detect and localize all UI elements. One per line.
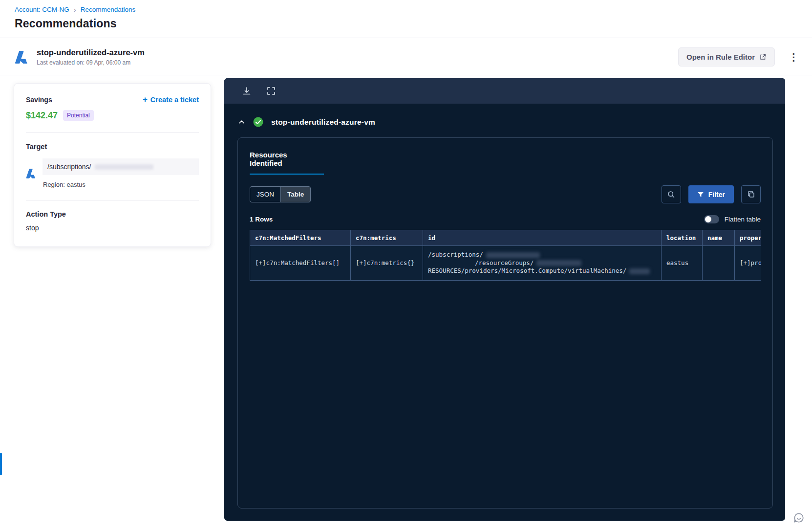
card-divider: [26, 133, 199, 133]
left-edge-accent: [0, 453, 2, 475]
card-divider: [26, 200, 199, 200]
expandable-value[interactable]: [+]properties{}: [740, 259, 761, 266]
policy-results-panel: stop-underutilized-azure-vm Resources Id…: [224, 78, 785, 521]
header-actions: Open in Rule Editor ⋮: [678, 47, 797, 66]
recommendation-details-card: Savings + Create a ticket $142.47 Potent…: [14, 83, 211, 247]
chat-help-icon[interactable]: [792, 511, 805, 524]
page-title: Recommendations: [15, 17, 812, 30]
copy-button[interactable]: [741, 185, 761, 203]
open-rule-editor-label: Open in Rule Editor: [686, 53, 755, 61]
cell-metrics[interactable]: [+]c7n:metrics{}: [351, 246, 423, 281]
cell-properties[interactable]: [+]properties{}: [735, 246, 761, 281]
copy-icon: [747, 190, 755, 199]
azure-logo-icon: [15, 50, 29, 65]
policy-title: stop-underutilized-azure-vm: [271, 118, 375, 127]
tab-resources-identified[interactable]: Resources Identified: [250, 146, 324, 175]
column-header[interactable]: name: [703, 230, 735, 246]
view-toggle-table[interactable]: Table: [280, 187, 310, 202]
action-type-value: stop: [26, 224, 199, 232]
redacted-value: [486, 252, 540, 258]
flatten-table-control: Flatten table: [704, 215, 761, 223]
flatten-table-label: Flatten table: [725, 216, 761, 223]
tabs-bar: Resources Identified: [250, 146, 761, 175]
savings-label: Savings: [26, 96, 52, 104]
cell-location: eastus: [662, 246, 703, 281]
column-header[interactable]: id: [423, 230, 662, 246]
main-content: Savings + Create a ticket $142.47 Potent…: [0, 75, 812, 521]
filter-button[interactable]: Filter: [688, 185, 734, 203]
recommendation-header: stop-underutilized-azure-vm Last evaluat…: [0, 38, 812, 75]
view-toggle-json[interactable]: JSON: [250, 187, 280, 202]
redacted-value: [629, 268, 650, 274]
target-path: /subscriptions/: [47, 163, 91, 171]
results-toolbar: [224, 78, 785, 104]
external-link-icon: [759, 53, 767, 61]
toggle-knob: [705, 216, 711, 222]
column-header[interactable]: location: [662, 230, 703, 246]
filter-funnel-icon: [697, 191, 704, 198]
cell-id: /subscriptions/ /resourceGroups/ RESOURC…: [423, 246, 662, 281]
search-icon: [667, 190, 675, 199]
table-header-row: c7n:MatchedFilters c7n:metrics id locati…: [250, 230, 761, 246]
cell-name: [703, 246, 735, 281]
search-button[interactable]: [662, 185, 681, 203]
fullscreen-icon[interactable]: [266, 86, 276, 96]
table-row: [+]c7n:MatchedFilters[] [+]c7n:metrics{}…: [250, 246, 761, 281]
rows-info-bar: 1 Rows Flatten table: [250, 215, 761, 223]
target-path-row: /subscriptions/: [43, 158, 199, 175]
target-region: Region: eastus: [43, 181, 199, 188]
action-type-label: Action Type: [26, 210, 199, 218]
id-line: RESOURCES/providers/Microsoft.Compute/vi…: [428, 267, 656, 275]
expandable-value[interactable]: [+]c7n:MatchedFilters[]: [255, 259, 340, 266]
potential-badge: Potential: [63, 110, 94, 121]
id-line: /subscriptions/: [428, 251, 656, 259]
recommendation-title-block: stop-underutilized-azure-vm Last evaluat…: [37, 48, 145, 66]
policy-titlebar: stop-underutilized-azure-vm: [224, 104, 785, 127]
breadcrumb: Account: CCM-NG › Recommendations: [0, 0, 812, 13]
plus-icon: +: [143, 95, 148, 104]
resources-table: c7n:MatchedFilters c7n:metrics id locati…: [250, 230, 761, 281]
column-header[interactable]: c7n:metrics: [351, 230, 423, 246]
download-icon[interactable]: [242, 86, 252, 96]
filter-button-label: Filter: [708, 191, 725, 199]
target-block: /subscriptions/ Region: eastus: [26, 158, 199, 188]
target-label: Target: [26, 143, 199, 151]
row-count: 1 Rows: [250, 216, 273, 223]
chevron-right-icon: ›: [74, 6, 76, 13]
flatten-table-toggle[interactable]: [704, 215, 719, 223]
more-options-kebab-icon[interactable]: ⋮: [789, 52, 797, 62]
table-controls: JSON Table Filter: [250, 185, 761, 203]
redacted-value: [95, 164, 153, 170]
id-line: /resourceGroups/: [475, 259, 656, 267]
last-evaluated-text: Last evaluated on: 09 Apr, 06:00 am: [37, 59, 145, 66]
create-ticket-button[interactable]: + Create a ticket: [143, 95, 199, 104]
column-header[interactable]: c7n:MatchedFilters: [250, 230, 351, 246]
cell-matched-filters[interactable]: [+]c7n:MatchedFilters[]: [250, 246, 351, 281]
resources-identified-panel: Resources Identified JSON Table: [237, 137, 773, 509]
azure-logo-icon: [26, 168, 37, 179]
redacted-value: [536, 260, 581, 266]
column-header[interactable]: properties: [735, 230, 761, 246]
success-check-icon: [253, 117, 263, 127]
open-rule-editor-button[interactable]: Open in Rule Editor: [678, 47, 775, 66]
savings-amount: $142.47: [26, 111, 58, 121]
resources-table-wrap: c7n:MatchedFilters c7n:metrics id locati…: [250, 230, 761, 496]
expandable-value[interactable]: [+]c7n:metrics{}: [356, 259, 414, 266]
breadcrumb-account-link[interactable]: Account: CCM-NG: [15, 6, 69, 13]
create-ticket-label: Create a ticket: [150, 96, 199, 104]
breadcrumb-recommendations-link[interactable]: Recommendations: [81, 6, 136, 13]
view-toggle: JSON Table: [250, 186, 311, 202]
recommendation-title: stop-underutilized-azure-vm: [37, 48, 145, 57]
chevron-up-icon[interactable]: [238, 118, 245, 126]
